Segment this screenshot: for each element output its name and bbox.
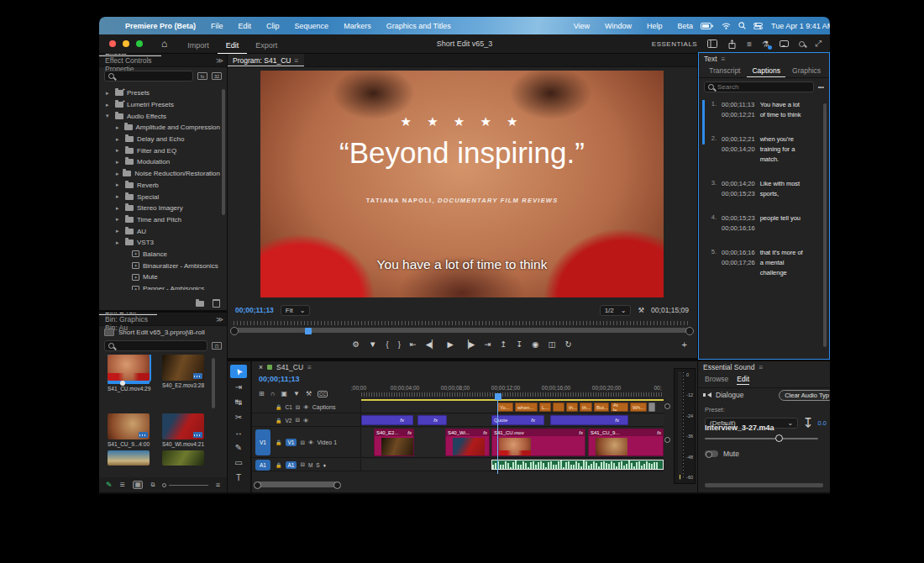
effects-tree-item[interactable]: ✦ Panner - Ambisonics (99, 283, 220, 290)
track-visibility-icon[interactable]: 👁 (303, 418, 309, 424)
sequence-name[interactable]: S41_CU (276, 363, 303, 371)
timeline-vertical-scrollbar[interactable] (665, 403, 670, 471)
lock-icon[interactable]: 🔒 (276, 439, 282, 445)
bin-search-input[interactable] (104, 340, 207, 351)
video-clip[interactable]: S41_CU_9...fx (588, 429, 664, 456)
track-select-forward-tool[interactable]: ⇥ (230, 380, 247, 393)
effects-tree-item[interactable]: ▸ VST3 (99, 237, 220, 249)
program-scrubber[interactable] (234, 321, 690, 334)
selection-tool[interactable]: ➤ (230, 365, 247, 378)
linked-selection-icon[interactable]: ▣ (281, 390, 287, 397)
program-playhead[interactable] (305, 328, 312, 334)
menubar-clock[interactable]: Tue Apr 1 9:41 AM (771, 22, 830, 30)
effects-tree-item[interactable]: ▾ Audio Effects (99, 110, 220, 122)
caption-clip[interactable]: when... (515, 403, 538, 412)
track-c1-label[interactable]: C1 (286, 404, 292, 410)
lock-icon[interactable]: 🔒 (276, 418, 282, 424)
panel-layout-icon[interactable] (707, 39, 717, 48)
clip-thumbnail[interactable] (162, 450, 204, 466)
fit-dropdown[interactable]: Fit⌄ (281, 305, 311, 316)
effects-tree-item[interactable]: ▸ AU (99, 225, 220, 237)
home-icon[interactable]: ⌂ (161, 38, 167, 50)
workspace-tab[interactable]: Import (179, 38, 218, 53)
clip-thumbnail[interactable] (108, 413, 150, 439)
bin-clip-item[interactable]: S40_E2.mov3:28 (162, 355, 204, 410)
caption-clip[interactable]: At le... (611, 403, 628, 412)
audio-clip[interactable] (491, 460, 664, 470)
menu-item[interactable]: File (203, 22, 231, 30)
wifi-icon[interactable] (722, 23, 731, 29)
thumbnail-zoom-slider[interactable] (162, 483, 207, 487)
clip-thumbnail[interactable] (108, 355, 150, 381)
menu-item[interactable]: Premiere Pro (Beta) (118, 22, 203, 30)
track-v2-label[interactable]: V2 (286, 418, 292, 424)
graphic-clip[interactable]: fx (417, 415, 447, 425)
menu-item[interactable]: Clip (259, 22, 287, 30)
program-settings-wrench-icon[interactable]: ⚒ (638, 306, 644, 314)
loudness-slider[interactable] (705, 438, 818, 439)
caption-row[interactable]: 4. 00;00;15;23 00;00;16;16 people tell y… (702, 213, 821, 234)
fullscreen-icon[interactable]: ⤢ (815, 39, 822, 49)
video-clip[interactable]: S40_Wi...fx (445, 429, 490, 456)
clip-thumbnail[interactable] (162, 413, 204, 439)
program-timecode[interactable]: 00;00;11;13 (235, 306, 274, 314)
caption-clip[interactable]: But... (594, 403, 609, 412)
effects-scrollbar[interactable] (222, 89, 225, 215)
menu-item[interactable]: Markers (336, 22, 379, 30)
caption-clip[interactable]: th... (566, 403, 578, 412)
bin-tab[interactable]: Bin: Graphics (99, 315, 157, 324)
menu-item[interactable]: Edit (231, 22, 260, 30)
freeform-view-icon[interactable]: ⧉ (150, 481, 155, 488)
source-patch-v1[interactable]: V1 (255, 429, 270, 455)
mark-out-icon[interactable]: } (398, 339, 401, 349)
accelerated-effects-icon[interactable]: fx (197, 72, 207, 80)
lock-icon[interactable]: 🔒 (276, 462, 282, 468)
mute-toggle[interactable] (705, 450, 718, 457)
close-window-button[interactable] (109, 40, 116, 47)
settings-icon[interactable]: ⚙ (353, 339, 360, 349)
effects-tree-item[interactable]: ▸ Delay and Echo (99, 134, 220, 145)
effects-tree-item[interactable]: ▸ Time and Pitch (99, 214, 220, 226)
caption-clip[interactable]: Yo... (497, 403, 513, 412)
effects-tree-item[interactable]: ▸ Noise Reduction/Restoration (99, 168, 220, 180)
caption-row[interactable]: 2. 00;00;12;21 00;00;14;20 when you're t… (702, 134, 821, 165)
panel-menu-icon[interactable]: ≡ (722, 55, 726, 63)
menu-item[interactable]: Help (639, 22, 670, 30)
go-to-in-icon[interactable]: ⇤ (410, 339, 417, 349)
graphic-clip[interactable]: fx (550, 415, 628, 425)
menu-item[interactable]: Beta (670, 22, 701, 30)
playback-resolution-dropdown[interactable]: 1/2⌄ (600, 305, 632, 316)
export-frame-icon[interactable]: ◉ (532, 339, 538, 349)
caption-track[interactable]: 🔒 C1 ⊟ 👁 Captions Yo...when...L...th...t… (252, 402, 664, 413)
sync-icon[interactable]: ⊟ (300, 439, 304, 446)
menu-item[interactable]: Window (597, 22, 639, 30)
edit-pencil-icon[interactable]: ✎ (106, 481, 113, 489)
beta-feedback-beaker-icon[interactable]: ⚗ (762, 39, 769, 49)
type-tool[interactable]: T (230, 471, 247, 484)
menu-item[interactable]: View (566, 22, 597, 30)
battery-icon[interactable] (701, 23, 714, 29)
slider-knob[interactable] (775, 434, 783, 442)
spotlight-search-icon[interactable] (738, 22, 746, 29)
add-marker-icon[interactable]: ▼ (369, 339, 376, 349)
effects-search-input[interactable] (104, 71, 193, 82)
caption-clip[interactable]: Wh... (630, 403, 647, 412)
solo-track-button[interactable]: S (316, 462, 319, 468)
menu-item[interactable]: Sequence (287, 22, 337, 30)
chat-icon[interactable] (780, 40, 789, 47)
video-clip[interactable]: S40_E2...fx (374, 429, 414, 456)
more-options-icon[interactable]: ••• (818, 84, 824, 90)
panel-tab[interactable]: Effect Controls (99, 56, 161, 65)
sync-icon[interactable]: ⊟ (296, 404, 300, 411)
bin-scrollbar[interactable] (212, 358, 215, 408)
graphic-clip[interactable]: fx (361, 415, 413, 425)
caption-clip[interactable]: th... (580, 403, 592, 412)
timeline-horizontal-scrollbar[interactable] (255, 481, 659, 487)
thirtytwo-bit-icon[interactable]: 32 (212, 72, 222, 80)
track-visibility-icon[interactable]: 👁 (308, 439, 314, 445)
sync-icon[interactable]: ⊟ (295, 417, 299, 424)
text-subtab[interactable]: Captions (747, 65, 785, 77)
list-view-icon[interactable]: ☰ (120, 481, 125, 488)
esound-scrollbar[interactable] (705, 483, 823, 487)
thumb-scrubber[interactable] (108, 381, 150, 384)
